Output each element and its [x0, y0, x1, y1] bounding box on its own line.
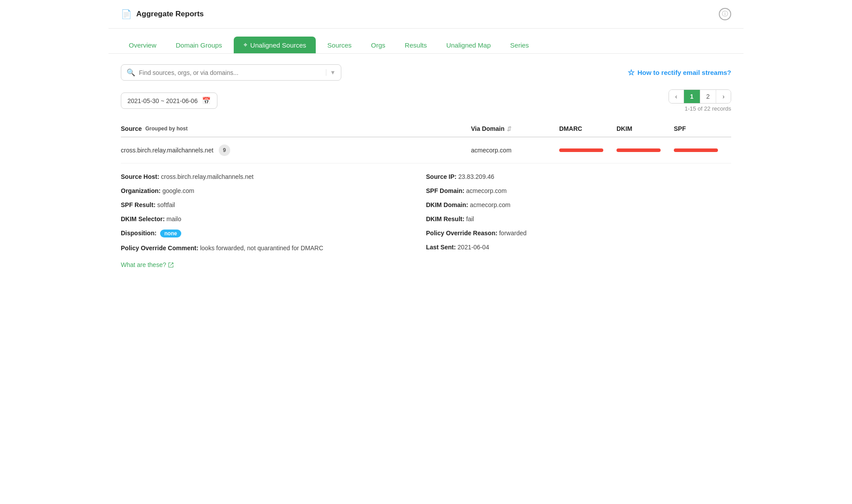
what-are-these-link[interactable]: What are these?: [121, 261, 426, 268]
detail-source-host: Source Host: cross.birch.relay.mailchann…: [121, 173, 426, 180]
disposition-badge: none: [160, 230, 182, 237]
tab-unaligned-map[interactable]: Unaligned Map: [438, 37, 499, 53]
page-prev-button[interactable]: ‹: [669, 90, 684, 103]
tab-results[interactable]: Results: [397, 37, 435, 53]
pagination-controls: ‹ 1 2 ›: [669, 89, 731, 104]
app-title: Aggregate Reports: [136, 10, 204, 19]
search-input[interactable]: [139, 69, 322, 76]
detail-policy-override-reason: Policy Override Reason: forwarded: [426, 230, 731, 237]
tab-overview[interactable]: Overview: [121, 37, 164, 53]
info-icon[interactable]: ⓘ: [719, 8, 731, 20]
dropdown-arrow-icon[interactable]: ▼: [326, 69, 336, 76]
app-container: 📄 Aggregate Reports ⓘ Overview Domain Gr…: [108, 0, 744, 283]
target-icon: ⌖: [243, 41, 247, 49]
external-link-icon: [168, 262, 174, 268]
document-icon: 📄: [121, 9, 132, 19]
search-icon: 🔍: [127, 68, 135, 77]
date-picker[interactable]: 2021-05-30 ~ 2021-06-06 📅: [121, 93, 217, 109]
header-title-group: 📄 Aggregate Reports: [121, 9, 204, 19]
page-2-button[interactable]: 2: [700, 90, 717, 103]
detail-panel: Source Host: cross.birch.relay.mailchann…: [121, 163, 731, 273]
spf-fail-bar: [674, 148, 718, 152]
source-hostname: cross.birch.relay.mailchannels.net: [121, 147, 213, 154]
tab-orgs[interactable]: Orgs: [363, 37, 393, 53]
sort-via-domain-icon[interactable]: ⇵: [507, 126, 512, 132]
tab-domain-groups[interactable]: Domain Groups: [168, 37, 230, 53]
detail-spf-domain: SPF Domain: acmecorp.com: [426, 187, 731, 194]
page-1-button[interactable]: 1: [684, 90, 700, 103]
records-info: 1-15 of 22 records: [684, 105, 731, 112]
tab-unaligned-sources[interactable]: ⌖ Unaligned Sources: [234, 37, 316, 53]
col-header-via-domain: Via Domain ⇵: [471, 125, 559, 132]
search-box[interactable]: 🔍 ▼: [121, 64, 341, 81]
col-header-spf: SPF: [674, 125, 731, 132]
dkim-status-cell: [617, 148, 674, 152]
helper-link-text: How to rectify email streams?: [637, 69, 731, 76]
col-header-dkim: DKIM: [617, 125, 674, 132]
source-cell: cross.birch.relay.mailchannels.net 9: [121, 145, 471, 156]
tab-series[interactable]: Series: [502, 37, 537, 53]
date-range-value: 2021-05-30 ~ 2021-06-06: [127, 97, 198, 104]
detail-dkim-selector: DKIM Selector: mailo: [121, 215, 426, 222]
grouped-by-label: Grouped by host: [145, 126, 187, 132]
detail-dkim-domain: DKIM Domain: acmecorp.com: [426, 201, 731, 208]
detail-source-ip: Source IP: 23.83.209.46: [426, 173, 731, 180]
col-header-dmarc: DMARC: [559, 125, 617, 132]
detail-col-right: Source IP: 23.83.209.46 SPF Domain: acme…: [426, 173, 731, 268]
date-pagination-row: 2021-05-30 ~ 2021-06-06 📅 ‹ 1 2 › 1-15 o…: [121, 89, 731, 112]
search-row: 🔍 ▼ ☆ How to rectify email streams?: [121, 64, 731, 81]
pagination: ‹ 1 2 › 1-15 of 22 records: [669, 89, 731, 112]
detail-disposition: Disposition: none: [121, 230, 426, 237]
detail-last-sent: Last Sent: 2021-06-04: [426, 244, 731, 251]
count-badge: 9: [219, 145, 230, 156]
via-domain-cell: acmecorp.com: [471, 147, 559, 154]
header: 📄 Aggregate Reports ⓘ: [108, 0, 744, 29]
calendar-icon: 📅: [202, 96, 211, 105]
detail-organization: Organization: google.com: [121, 187, 426, 194]
dmarc-status-cell: [559, 148, 617, 152]
detail-policy-override-comment: Policy Override Comment: looks forwarded…: [121, 245, 426, 252]
table-header: Source Grouped by host Via Domain ⇵ DMAR…: [121, 121, 731, 137]
tab-sources[interactable]: Sources: [319, 37, 359, 53]
table-row[interactable]: cross.birch.relay.mailchannels.net 9 acm…: [121, 137, 731, 163]
detail-spf-result: SPF Result: softfail: [121, 201, 426, 208]
page-next-button[interactable]: ›: [716, 90, 731, 103]
main-content: 🔍 ▼ ☆ How to rectify email streams? 2021…: [108, 54, 744, 283]
helper-link[interactable]: ☆ How to rectify email streams?: [628, 68, 731, 78]
detail-col-left: Source Host: cross.birch.relay.mailchann…: [121, 173, 426, 268]
col-header-source: Source Grouped by host: [121, 125, 471, 132]
dkim-fail-bar: [617, 148, 661, 152]
spf-status-cell: [674, 148, 731, 152]
tabs-bar: Overview Domain Groups ⌖ Unaligned Sourc…: [108, 29, 744, 54]
dmarc-fail-bar: [559, 148, 603, 152]
detail-dkim-result: DKIM Result: fail: [426, 215, 731, 222]
star-icon: ☆: [628, 68, 635, 78]
